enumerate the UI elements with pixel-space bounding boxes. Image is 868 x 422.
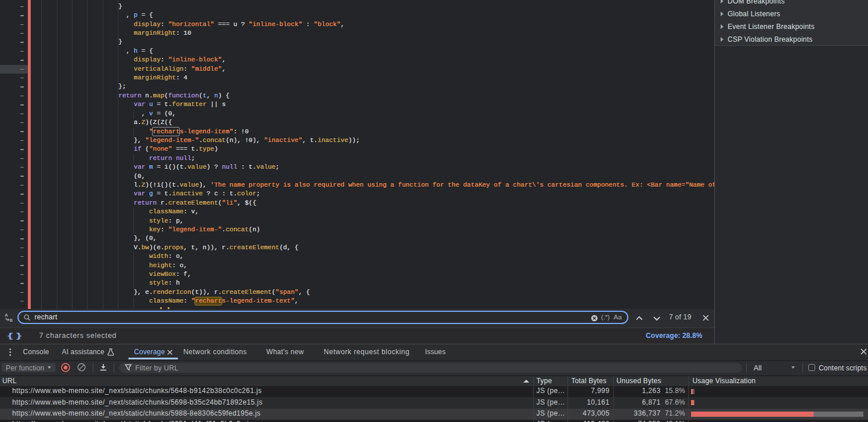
svg-text:A: A — [5, 312, 8, 318]
svg-text:B: B — [10, 318, 13, 323]
